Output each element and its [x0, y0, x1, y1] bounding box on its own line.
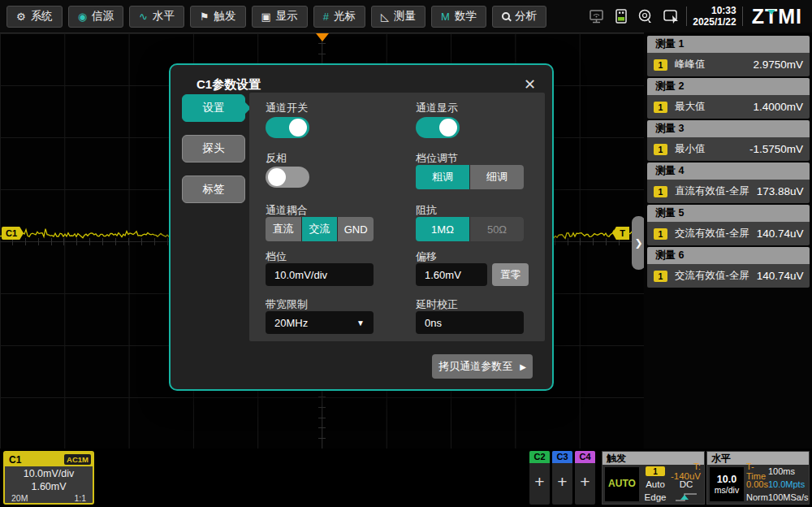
- coupling-segment: 直流 交流 GND: [266, 217, 374, 241]
- dialog-tabs: 设置 探头 标签: [182, 94, 245, 203]
- menu-source[interactable]: ◉ 信源: [68, 6, 123, 28]
- channel1-ratio: 1:1: [74, 493, 86, 503]
- coupling-gnd-option[interactable]: GND: [338, 217, 374, 241]
- timebase-scale: 10.0: [717, 474, 736, 485]
- source-badge: 1: [654, 271, 667, 282]
- measurement-name: 最小值: [675, 142, 706, 156]
- tab-probe[interactable]: 探头: [182, 135, 245, 162]
- menu-trigger[interactable]: ⚑ 触发: [190, 6, 246, 28]
- zero-button[interactable]: 置零: [492, 263, 529, 286]
- measurement-card-4[interactable]: 测量 4 1 直流有效值-全屏 173.88uV: [647, 162, 810, 203]
- chevron-right-icon: ❯: [634, 237, 642, 249]
- measurement-card-3[interactable]: 测量 3 1 最小值 -1.5750mV: [647, 120, 810, 161]
- deskew-input[interactable]: 0ns: [416, 311, 524, 334]
- wave-icon: ∿: [139, 11, 148, 22]
- horizontal-status-panel[interactable]: 水平 10.0 ms/div T-Time 100ms 0.00s 10.0Mp…: [706, 451, 810, 505]
- dialog-title: C1参数设置: [197, 77, 261, 93]
- measurement-card-2[interactable]: 测量 2 1 最大值 1.4000mV: [647, 78, 810, 119]
- trigger-mode-box: AUTO: [605, 467, 639, 501]
- measurement-value: 173.88uV: [757, 185, 804, 197]
- deskew-label: 延时校正: [416, 297, 458, 312]
- menu-math[interactable]: M 数学: [431, 6, 486, 28]
- menu-trigger-label: 触发: [214, 9, 236, 24]
- gain-fine-option[interactable]: 细调: [470, 165, 524, 189]
- measurement-name: 最大值: [675, 100, 706, 114]
- gesture-hand-icon[interactable]: [663, 8, 680, 24]
- toggle-knob: [439, 119, 457, 136]
- measurement-title: 测量 5: [647, 205, 810, 222]
- gain-coarse-option[interactable]: 粗调: [416, 165, 469, 189]
- menu-horizontal[interactable]: ∿ 水平: [129, 6, 184, 28]
- tab-settings[interactable]: 设置: [182, 94, 245, 122]
- impedance-1m-option[interactable]: 1MΩ: [416, 217, 469, 241]
- menu-math-label: 数学: [455, 9, 477, 24]
- channel-display-toggle[interactable]: [416, 117, 460, 138]
- scale-input[interactable]: 10.0mV/div: [266, 263, 374, 286]
- network-display-icon[interactable]: [589, 8, 605, 24]
- source-badge: 1: [654, 144, 667, 155]
- measurement-name: 交流有效值-全屏: [675, 227, 749, 240]
- coupling-dc-option[interactable]: 直流: [266, 217, 301, 241]
- trigger-position-marker[interactable]: [316, 33, 329, 41]
- clock-date: 2025/1/22: [693, 16, 736, 28]
- menu-display-label: 显示: [276, 9, 298, 24]
- math-m-icon: M: [441, 11, 450, 22]
- menu-cursor[interactable]: # 光标: [313, 6, 365, 28]
- grid-hash-icon: #: [323, 11, 329, 22]
- topbar-divider: [686, 6, 687, 26]
- clock[interactable]: 10:33 2025/1/22: [693, 5, 736, 28]
- channel-switch-label: 通道开关: [266, 101, 308, 115]
- measurement-card-1[interactable]: 测量 1 1 峰峰值 2.9750mV: [647, 36, 810, 76]
- menu-system-label: 系统: [31, 9, 53, 24]
- plus-icon: +: [575, 463, 595, 500]
- bandwidth-dropdown[interactable]: 20MHz ▼: [266, 311, 374, 334]
- channel-switch-toggle[interactable]: [266, 117, 309, 138]
- delay-value: 0.00s: [746, 479, 768, 489]
- touch-icon[interactable]: [637, 8, 654, 24]
- c1-settings-dialog: C1参数设置 ✕ 设置 探头 标签 通道开关 通道显示 反相 档位调节 粗调 细…: [169, 63, 554, 391]
- trigger-sweep: Auto: [641, 479, 670, 489]
- add-channel3-button[interactable]: C3 +: [552, 451, 572, 505]
- measurement-title: 测量 1: [647, 36, 810, 53]
- invert-label: 反相: [266, 151, 287, 166]
- invert-toggle[interactable]: [266, 167, 309, 188]
- channel1-info-box[interactable]: C1 AC1M 10.0mV/div 1.60mV 20M 1:1: [3, 451, 94, 505]
- copy-channel-params-button[interactable]: 拷贝通道参数至 ▶: [432, 354, 533, 379]
- usb-icon[interactable]: [614, 8, 628, 24]
- measurement-card-6[interactable]: 测量 6 1 交流有效值-全屏 140.74uV: [647, 247, 810, 288]
- add-channel4-button[interactable]: C4 +: [575, 451, 595, 505]
- bottom-status-bar: C1 AC1M 10.0mV/div 1.60mV 20M 1:1 C2 + C…: [0, 448, 812, 507]
- measurement-card-5[interactable]: 测量 5 1 交流有效值-全屏 140.74uV: [647, 205, 810, 245]
- menu-measure[interactable]: ◺ 测量: [371, 6, 425, 28]
- menu-system[interactable]: ⚙ 系统: [6, 6, 63, 28]
- offset-input[interactable]: 1.60mV: [416, 263, 487, 286]
- impedance-label: 阻抗: [416, 203, 437, 218]
- menu-horizontal-label: 水平: [153, 9, 175, 24]
- measurement-name: 交流有效值-全屏: [675, 269, 749, 283]
- measurement-title: 测量 4: [647, 162, 810, 180]
- gain-mode-segment: 粗调 细调: [416, 165, 524, 189]
- antenna-icon: ◉: [78, 11, 87, 22]
- channel-display-label: 通道显示: [416, 101, 458, 115]
- panel-collapse-handle[interactable]: ❯: [632, 216, 644, 270]
- channel1-level-tag[interactable]: C1: [2, 227, 24, 240]
- impedance-50-option[interactable]: 50Ω: [470, 217, 524, 241]
- t-time-value: 100ms: [768, 466, 809, 476]
- measurement-value: 2.9750mV: [753, 58, 803, 71]
- menu-display[interactable]: ▣ 显示: [252, 6, 308, 28]
- measurement-panel: 测量 1 1 峰峰值 2.9750mV 测量 2 1 最大值 1.4000mV …: [644, 32, 812, 448]
- tab-label[interactable]: 标签: [182, 176, 245, 203]
- measurement-name: 峰峰值: [675, 58, 706, 72]
- coupling-ac-option[interactable]: 交流: [302, 217, 338, 241]
- channel1-offset: 1.60mV: [5, 481, 93, 492]
- measurement-value: 140.74uV: [757, 228, 804, 240]
- bandwidth-value: 20MHz: [274, 317, 308, 329]
- channel2-label: C2: [529, 451, 550, 463]
- magnifier-icon: [502, 12, 510, 20]
- logo-triangle-icon: [767, 10, 775, 15]
- channel1-scale: 10.0mV/div: [5, 468, 93, 479]
- impedance-segment: 1MΩ 50Ω: [416, 217, 524, 241]
- menu-analysis[interactable]: 分析: [492, 6, 546, 28]
- add-channel2-button[interactable]: C2 +: [529, 451, 550, 505]
- trigger-status-panel[interactable]: 触发 AUTO 1 T: -140uV Auto DC Edge: [602, 451, 705, 505]
